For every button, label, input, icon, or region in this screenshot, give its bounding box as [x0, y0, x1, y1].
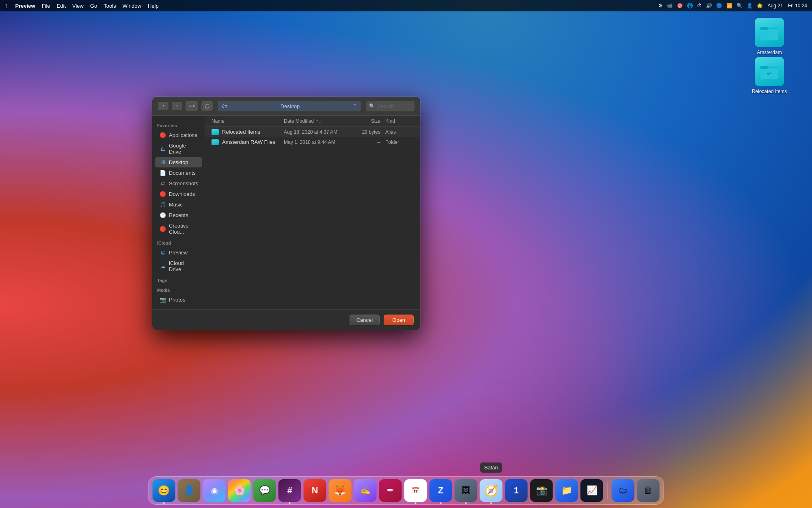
menubar-date: Aug 21: [768, 3, 783, 9]
col-size[interactable]: Size: [353, 118, 385, 124]
dock-item-zoom[interactable]: Z: [430, 479, 452, 502]
zoom-icon: Z: [438, 485, 443, 496]
col-date[interactable]: Date Modified ⌃⌄: [284, 118, 353, 124]
menu-view[interactable]: View: [72, 3, 84, 9]
dock-item-calendar[interactable]: 📅: [404, 479, 427, 502]
col-kind[interactable]: Kind: [385, 118, 414, 124]
menu-help[interactable]: Help: [148, 3, 159, 9]
dock-item-autograph[interactable]: ✒: [379, 479, 402, 502]
dock-item-slack[interactable]: #: [279, 479, 301, 502]
location-pill[interactable]: 🗂 Desktop ⌃: [218, 101, 361, 111]
file-dialog: ‹ › ≡ ▾ ⬡ 🗂 Desktop ⌃ 🔍 Search Fav: [152, 97, 420, 330]
firefox-icon: 🦊: [334, 485, 346, 496]
menu-go[interactable]: Go: [90, 3, 97, 9]
calendar-dot: [415, 502, 417, 504]
sidebar-item-creative-cloud[interactable]: 🔴 Creative Clou...: [155, 221, 202, 237]
dock-item-stocks[interactable]: 📈: [581, 479, 603, 502]
sidebar-label-screenshots: Screenshots: [169, 180, 198, 187]
menubar-icons: ⚙ 📹 🎯 🌐 ⏱ 🔊 🔵 📶 🔍 👤 🌟: [658, 3, 763, 9]
safari-dot: [490, 502, 492, 504]
file-header: Name Date Modified ⌃⌄ Size Kind: [205, 116, 420, 127]
sidebar-label-recents: Recents: [169, 212, 188, 218]
calendar-icon: 📅: [412, 487, 420, 494]
preview-icon: 🖼: [462, 485, 471, 496]
file-row-1[interactable]: Amsterdam RAW Files May 1, 2018 at 9:44 …: [205, 137, 420, 147]
apple-menu[interactable]: : [5, 2, 7, 9]
dock-item-safari[interactable]: 🧭 Safari: [480, 479, 503, 502]
sidebar-item-screenshots[interactable]: 🗂 Screenshots: [155, 178, 202, 189]
file-size-1: --: [353, 139, 385, 145]
finder2-icon: 🗂: [619, 485, 628, 496]
darkroom-icon: 📸: [536, 485, 547, 496]
safari-icon: 🧭: [484, 484, 498, 497]
folder-icon-1: [212, 139, 219, 145]
dock-item-messages[interactable]: 💬: [253, 479, 276, 502]
search-box[interactable]: 🔍 Search: [366, 101, 415, 111]
file-row-0[interactable]: Relocated Items Aug 18, 2020 at 4:37 AM …: [205, 127, 420, 137]
action-button[interactable]: ⬡: [201, 101, 213, 111]
sort-indicator: ⌃⌄: [315, 119, 322, 124]
cancel-button[interactable]: Cancel: [350, 315, 380, 325]
dock-item-pockity[interactable]: ✍: [354, 479, 377, 502]
dock-item-trash[interactable]: 🗑: [637, 479, 660, 502]
forward-button[interactable]: ›: [172, 102, 182, 110]
file-date-0: Aug 18, 2020 at 4:37 AM: [284, 129, 353, 135]
menu-window[interactable]: Window: [123, 3, 141, 9]
search-icon: 🔍: [369, 103, 375, 109]
contacts-icon: 👤: [184, 485, 194, 496]
dock-item-siri[interactable]: ◉: [203, 479, 226, 502]
sidebar-label-applications: Applications: [169, 132, 197, 138]
file-kind-1: Folder: [385, 139, 414, 145]
view-options-button[interactable]: ≡ ▾: [186, 101, 198, 111]
dock-item-finder2[interactable]: 🗂: [612, 479, 635, 502]
dock-item-1password[interactable]: 1: [505, 479, 528, 502]
sidebar-item-downloads[interactable]: 🔴 Downloads: [155, 189, 202, 199]
dock-item-darkroom[interactable]: 📸: [530, 479, 553, 502]
menu-file[interactable]: File: [42, 3, 50, 9]
sidebar-item-documents[interactable]: 📄 Documents: [155, 168, 202, 178]
dock-item-preview[interactable]: 🖼: [455, 479, 477, 502]
sidebar-item-applications[interactable]: 🔴 Applications: [155, 130, 202, 140]
sidebar-label-documents: Documents: [169, 170, 196, 176]
dock-item-news[interactable]: N: [304, 479, 326, 502]
menu-edit[interactable]: Edit: [57, 3, 66, 9]
location-chevron: ⌃: [353, 103, 357, 109]
sidebar-label-preview-icloud: Preview: [169, 250, 188, 256]
menubar:  Preview File Edit View Go Tools Window…: [0, 0, 812, 11]
slack-dot: [289, 502, 291, 504]
downloads-icon: 🔴: [160, 191, 166, 197]
sidebar-item-recents[interactable]: 🕐 Recents: [155, 210, 202, 220]
dialog-footer: Cancel Open: [152, 309, 420, 330]
siri-icon: ◉: [211, 486, 218, 495]
open-button[interactable]: Open: [384, 315, 414, 325]
desktop-icon-sidebar: 🖥: [160, 159, 166, 165]
sidebar-item-music[interactable]: 🎵 Music: [155, 200, 202, 210]
dock-item-finder[interactable]: 😊: [153, 479, 175, 502]
col-name[interactable]: Name: [212, 118, 284, 124]
news-icon: N: [312, 485, 318, 496]
sidebar-item-google-drive[interactable]: 🗂 Google Drive: [155, 141, 202, 157]
creative-cloud-icon: 🔴: [160, 226, 166, 232]
autograph-icon: ✒: [387, 485, 394, 496]
sidebar-label-desktop: Desktop: [169, 159, 188, 165]
file-name-1: Amsterdam RAW Files: [212, 139, 284, 145]
dock-separator: [607, 482, 608, 499]
sidebar-item-desktop[interactable]: 🖥 Desktop: [155, 157, 202, 167]
slack-icon: #: [287, 485, 292, 496]
search-placeholder: Search: [377, 103, 394, 109]
menubar-time: Fri 10:24: [788, 3, 807, 9]
dock-item-photos[interactable]: 🌸: [228, 479, 251, 502]
menu-tools[interactable]: Tools: [104, 3, 116, 9]
sidebar-item-photos[interactable]: 📷 Photos: [155, 295, 202, 305]
location-label: Desktop: [281, 103, 300, 109]
back-button[interactable]: ‹: [158, 102, 168, 110]
files-icon: 📁: [561, 485, 572, 496]
app-name[interactable]: Preview: [15, 3, 35, 9]
dock-item-firefox[interactable]: 🦊: [329, 479, 352, 502]
dock-item-files[interactable]: 📁: [555, 479, 578, 502]
sidebar-item-preview-icloud[interactable]: 🗂 Preview: [155, 247, 202, 258]
menubar-left:  Preview File Edit View Go Tools Window…: [5, 2, 159, 9]
messages-icon: 💬: [259, 485, 270, 496]
dock-item-contacts[interactable]: 👤: [178, 479, 201, 502]
sidebar-item-icloud-drive[interactable]: ☁ iCloud Drive: [155, 258, 202, 274]
